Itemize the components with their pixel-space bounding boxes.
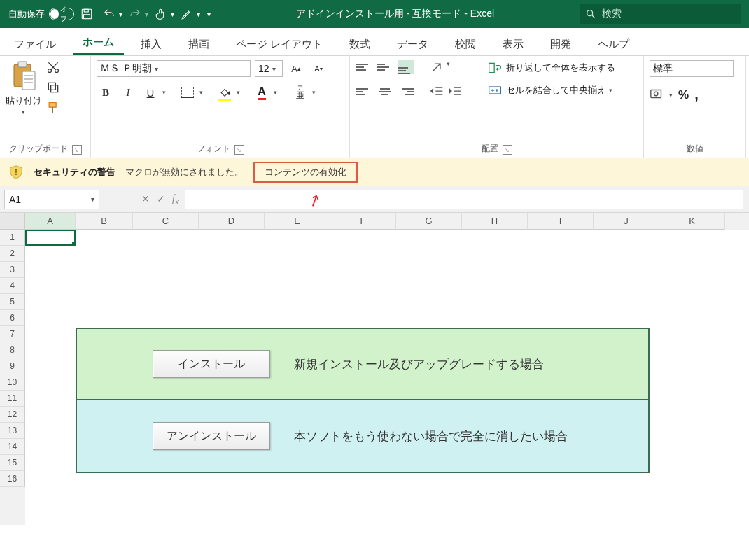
col-header-E[interactable]: E bbox=[265, 213, 330, 230]
row-header-1[interactable]: 1 bbox=[0, 230, 25, 246]
align-middle-icon[interactable] bbox=[377, 60, 393, 74]
col-header-J[interactable]: J bbox=[594, 213, 659, 230]
search-input[interactable]: 検索 bbox=[580, 4, 741, 24]
paste-label: 貼り付け bbox=[6, 94, 42, 107]
cells-area[interactable]: インストール 新規インストール及びアップグレードする場合 アンインストール 本ソ… bbox=[25, 230, 749, 525]
row-header-16[interactable]: 16 bbox=[0, 471, 25, 487]
tab-描画[interactable]: 描画 bbox=[178, 32, 219, 55]
align-top-icon[interactable] bbox=[356, 60, 372, 74]
furigana-button[interactable]: ア亜 bbox=[291, 84, 309, 101]
wrap-text-button[interactable]: 折り返して全体を表示する bbox=[488, 62, 615, 74]
col-header-D[interactable]: D bbox=[199, 213, 265, 230]
tab-データ[interactable]: データ bbox=[387, 32, 438, 55]
tab-校閲[interactable]: 校閲 bbox=[445, 32, 486, 55]
pen-icon[interactable] bbox=[177, 4, 197, 24]
security-message: マクロが無効にされました。 bbox=[125, 166, 244, 178]
svg-rect-13 bbox=[48, 83, 55, 90]
autosave-toggle[interactable]: 自動保存 オフ bbox=[8, 8, 74, 20]
paste-button[interactable]: 貼り付け ▾ bbox=[6, 60, 42, 117]
align-right-icon[interactable] bbox=[398, 85, 414, 99]
row-header-3[interactable]: 3 bbox=[0, 262, 25, 278]
clipboard-launcher-icon[interactable] bbox=[72, 145, 82, 155]
save-icon[interactable] bbox=[77, 4, 97, 24]
accounting-format-icon[interactable] bbox=[650, 87, 665, 103]
row-header-6[interactable]: 6 bbox=[0, 310, 25, 326]
tab-ページ レイアウト[interactable]: ページ レイアウト bbox=[226, 32, 332, 55]
orientation-icon[interactable] bbox=[430, 60, 444, 76]
qat-more-icon[interactable]: ▾ bbox=[207, 10, 211, 18]
row-headers: 12345678910111213141516 bbox=[0, 213, 25, 525]
row-header-4[interactable]: 4 bbox=[0, 278, 25, 294]
fx-icon[interactable]: fx bbox=[172, 193, 179, 206]
tab-挿入[interactable]: 挿入 bbox=[131, 32, 172, 55]
tab-ホーム[interactable]: ホーム bbox=[73, 30, 124, 55]
font-launcher-icon[interactable] bbox=[234, 145, 244, 155]
undo-icon[interactable] bbox=[99, 4, 119, 24]
row-header-9[interactable]: 9 bbox=[0, 358, 25, 374]
accept-formula-icon[interactable]: ✓ bbox=[157, 193, 165, 204]
percent-format-icon[interactable]: % bbox=[678, 88, 689, 102]
format-painter-icon[interactable] bbox=[46, 101, 60, 117]
copy-icon[interactable] bbox=[46, 80, 60, 97]
undo-dd[interactable]: ▾ bbox=[119, 10, 122, 18]
col-header-I[interactable]: I bbox=[528, 213, 594, 230]
align-left-icon[interactable] bbox=[356, 85, 372, 99]
svg-text:!: ! bbox=[15, 167, 18, 176]
comma-format-icon[interactable]: , bbox=[694, 87, 699, 103]
cancel-formula-icon[interactable]: ✕ bbox=[141, 193, 150, 204]
row-header-15[interactable]: 15 bbox=[0, 455, 25, 471]
align-bottom-icon[interactable] bbox=[398, 60, 414, 74]
redo-dd[interactable]: ▾ bbox=[145, 10, 148, 18]
merge-icon bbox=[488, 84, 502, 97]
svg-rect-5 bbox=[18, 62, 27, 67]
row-header-10[interactable]: 10 bbox=[0, 374, 25, 391]
tab-開発[interactable]: 開発 bbox=[540, 32, 581, 55]
name-box[interactable]: A1▾ bbox=[4, 190, 99, 209]
fill-color-button[interactable] bbox=[216, 84, 234, 101]
enable-content-button[interactable]: コンテンツの有効化 bbox=[253, 162, 358, 183]
font-color-button[interactable]: A bbox=[253, 84, 271, 101]
select-all-corner[interactable] bbox=[0, 213, 25, 230]
col-header-G[interactable]: G bbox=[396, 213, 462, 230]
redo-icon[interactable] bbox=[125, 4, 145, 24]
italic-button[interactable]: I bbox=[119, 84, 137, 101]
increase-indent-icon[interactable] bbox=[448, 85, 462, 99]
formula-input[interactable] bbox=[185, 190, 743, 209]
decrease-font-icon[interactable]: A▾ bbox=[309, 60, 328, 77]
align-center-icon[interactable] bbox=[377, 85, 393, 99]
border-button[interactable] bbox=[178, 84, 197, 101]
col-header-B[interactable]: B bbox=[76, 213, 133, 230]
row-header-14[interactable]: 14 bbox=[0, 439, 25, 455]
col-header-A[interactable]: A bbox=[25, 213, 76, 230]
row-header-11[interactable]: 11 bbox=[0, 391, 25, 407]
toggle-off-icon: オフ bbox=[49, 8, 74, 20]
merge-center-button[interactable]: セルを結合して中央揃え▾ bbox=[488, 84, 615, 97]
increase-font-icon[interactable]: A▴ bbox=[287, 60, 305, 77]
uninstall-button[interactable]: アンインストール bbox=[153, 422, 270, 450]
cut-icon[interactable] bbox=[46, 60, 60, 76]
number-format-combo[interactable]: 標準 bbox=[650, 60, 734, 77]
underline-button[interactable]: U bbox=[141, 84, 160, 101]
row-header-7[interactable]: 7 bbox=[0, 326, 25, 342]
row-header-2[interactable]: 2 bbox=[0, 246, 25, 262]
col-header-H[interactable]: H bbox=[462, 213, 528, 230]
align-launcher-icon[interactable] bbox=[503, 145, 512, 155]
row-header-13[interactable]: 13 bbox=[0, 423, 25, 439]
col-header-C[interactable]: C bbox=[133, 213, 199, 230]
col-header-K[interactable]: K bbox=[659, 213, 725, 230]
font-size-combo[interactable]: 12▾ bbox=[255, 60, 283, 77]
row-header-12[interactable]: 12 bbox=[0, 407, 25, 423]
tab-表示[interactable]: 表示 bbox=[493, 32, 533, 55]
font-name-combo[interactable]: ＭＳ Ｐ明朝▾ bbox=[97, 60, 251, 77]
active-cell[interactable] bbox=[25, 230, 76, 246]
tab-数式[interactable]: 数式 bbox=[340, 32, 380, 55]
touch-mode-icon[interactable] bbox=[151, 4, 171, 24]
bold-button[interactable]: B bbox=[97, 84, 115, 101]
decrease-indent-icon[interactable] bbox=[430, 85, 444, 99]
col-header-F[interactable]: F bbox=[330, 213, 396, 230]
row-header-5[interactable]: 5 bbox=[0, 294, 25, 310]
tab-ヘルプ[interactable]: ヘルプ bbox=[588, 32, 639, 55]
row-header-8[interactable]: 8 bbox=[0, 342, 25, 358]
install-button[interactable]: インストール bbox=[153, 350, 270, 378]
tab-ファイル[interactable]: ファイル bbox=[4, 32, 66, 55]
